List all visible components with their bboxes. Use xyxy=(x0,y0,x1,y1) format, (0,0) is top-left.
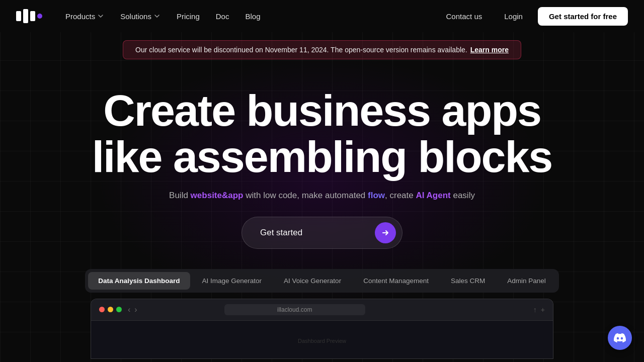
browser-actions: ↑ + xyxy=(533,306,545,314)
announcement-banner: Our cloud service will be discontinued o… xyxy=(123,40,521,59)
browser-share-icon: ↑ xyxy=(533,306,537,314)
hero-title: Create business apps like assembling blo… xyxy=(45,87,599,180)
browser-placeholder-text: Dashboard Preview xyxy=(298,338,346,344)
browser-bar: ‹ › illacloud.com ↑ + xyxy=(91,299,553,321)
learn-more-link[interactable]: Learn more xyxy=(470,46,509,54)
hero-section: Create business apps like assembling blo… xyxy=(0,59,644,249)
tab-ai-image-generator[interactable]: AI Image Generator xyxy=(192,272,272,290)
discord-button[interactable] xyxy=(608,326,632,350)
svg-point-3 xyxy=(37,14,42,19)
nav-item-products[interactable]: Products xyxy=(58,8,111,25)
browser-back-icon: ‹ xyxy=(128,305,130,314)
nav-item-doc[interactable]: Doc xyxy=(209,8,236,25)
browser-mockup: ‹ › illacloud.com ↑ + Dashboard Preview xyxy=(91,299,553,359)
browser-dots xyxy=(99,307,122,312)
hero-subtitle: Build website&app with low code, make au… xyxy=(0,191,644,201)
svg-rect-2 xyxy=(30,11,35,21)
login-button[interactable]: Login xyxy=(497,8,530,25)
chevron-down-icon xyxy=(97,13,104,20)
highlight-website: website&app xyxy=(191,191,244,200)
browser-nav: ‹ › xyxy=(128,305,137,314)
tabs-container: Data Analysis Dashboard AI Image Generat… xyxy=(85,269,559,293)
navbar: Products Solutions Pricing Doc Blog Cont… xyxy=(0,0,644,32)
tab-ai-voice-generator[interactable]: AI Voice Generator xyxy=(274,272,351,290)
browser-forward-icon: › xyxy=(134,305,137,314)
discord-icon xyxy=(614,332,626,344)
browser-url-bar[interactable]: illacloud.com xyxy=(224,304,365,315)
nav-item-blog[interactable]: Blog xyxy=(238,8,267,25)
nav-item-pricing[interactable]: Pricing xyxy=(170,8,207,25)
nav-right: Contact us Login Get started for free xyxy=(439,7,628,26)
browser-dot-red xyxy=(99,307,105,312)
svg-rect-0 xyxy=(16,11,21,21)
svg-rect-1 xyxy=(23,9,28,23)
chevron-down-icon xyxy=(153,13,160,20)
banner-text: Our cloud service will be discontinued o… xyxy=(135,46,467,54)
nav-item-solutions[interactable]: Solutions xyxy=(113,8,168,25)
tab-sales-crm[interactable]: Sales CRM xyxy=(441,272,495,290)
tab-content-management[interactable]: Content Management xyxy=(353,272,439,290)
browser-add-tab-icon: + xyxy=(541,306,545,314)
browser-content: Dashboard Preview xyxy=(91,321,553,359)
contact-button[interactable]: Contact us xyxy=(439,8,490,25)
highlight-agent: AI Agent xyxy=(416,191,450,200)
browser-dot-yellow xyxy=(108,307,113,312)
get-started-free-button[interactable]: Get started for free xyxy=(538,7,628,26)
cta-arrow-icon xyxy=(375,222,396,243)
get-started-button[interactable]: Get started xyxy=(242,217,403,249)
logo[interactable] xyxy=(16,9,42,23)
browser-dot-green xyxy=(116,307,122,312)
tab-data-analysis[interactable]: Data Analysis Dashboard xyxy=(88,272,190,290)
tab-admin-panel[interactable]: Admin Panel xyxy=(497,272,556,290)
highlight-flow: flow xyxy=(368,191,385,200)
nav-links: Products Solutions Pricing Doc Blog xyxy=(58,8,439,25)
cta-wrapper: Get started xyxy=(0,217,644,249)
tabs-section: Data Analysis Dashboard AI Image Generat… xyxy=(0,269,644,293)
